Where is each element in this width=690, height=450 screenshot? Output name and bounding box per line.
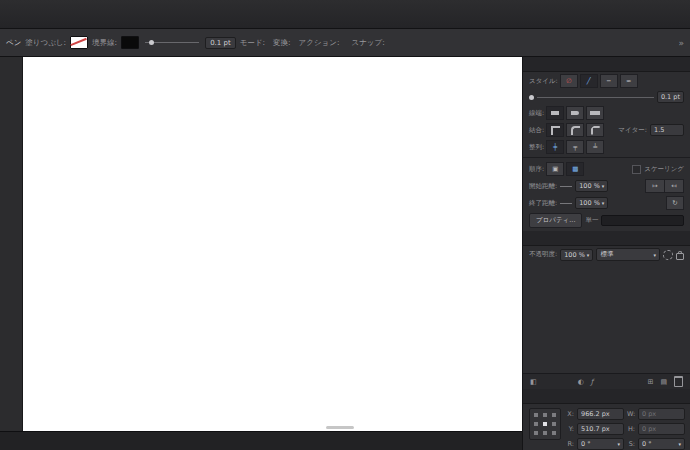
- stroke-style-row: スタイル: ∅ ╱ ┅ ≈: [523, 72, 690, 89]
- s-label: S:: [627, 440, 635, 448]
- order-behind-button[interactable]: ▩: [566, 162, 584, 176]
- y-label: Y:: [566, 425, 574, 433]
- layers-list: [523, 263, 690, 373]
- end-arrowhead-button[interactable]: ↤: [664, 179, 684, 193]
- start-profile-line: [560, 186, 572, 187]
- join-bevel-button[interactable]: [586, 123, 604, 137]
- pressure-row: プロパティ... 単一: [523, 211, 690, 231]
- start-label: 開始距離:: [529, 182, 557, 191]
- style-texture-button[interactable]: ≈: [620, 74, 638, 88]
- blend-options-gear-icon[interactable]: [663, 250, 673, 260]
- adjustment-layer-icon[interactable]: ◐: [578, 378, 584, 386]
- status-hint-bar: [0, 431, 522, 450]
- scale-with-object-checkbox[interactable]: [632, 165, 641, 174]
- y-field[interactable]: 510.7 px: [577, 423, 624, 435]
- cap-butt-button[interactable]: [546, 106, 564, 120]
- mode-label: モード:: [240, 38, 265, 48]
- order-front-button[interactable]: ▣: [546, 162, 564, 176]
- style-none-button[interactable]: ∅: [560, 74, 578, 88]
- context-toolbar: ペン 塗りつぶし: 境界線: 0.1 pt モード: 変換: アクション: スナ…: [0, 29, 690, 57]
- stroke-width-field[interactable]: 0.1 pt: [657, 91, 684, 103]
- properties-button[interactable]: プロパティ...: [529, 213, 582, 228]
- traffic-lights: [0, 0, 55, 28]
- end-distance-field[interactable]: 100 %▾: [575, 197, 608, 209]
- end-label: 終了距離:: [529, 199, 557, 208]
- blend-mode-dropdown[interactable]: 標準▾: [596, 248, 660, 261]
- stroke-label: 境界線:: [92, 38, 117, 48]
- layers-bottom-bar: ◧ ◐ ƒ ⊞ ▤: [523, 373, 690, 389]
- close-button[interactable]: [9, 8, 17, 16]
- fill-swatch[interactable]: [70, 36, 88, 49]
- end-profile-line: [560, 203, 572, 204]
- delete-layer-icon[interactable]: [674, 376, 683, 387]
- convert-label: 変換:: [273, 38, 291, 48]
- tools-toolbar: [0, 57, 23, 431]
- cap-label: 線端:: [529, 109, 544, 118]
- miter-field[interactable]: 1.5: [650, 124, 684, 136]
- swap-arrowheads-button[interactable]: ↻: [666, 196, 684, 210]
- titlebar-toolbar: [55, 0, 690, 28]
- cap-round-button[interactable]: [566, 106, 584, 120]
- active-tool-label: ペン: [6, 38, 21, 48]
- w-label: W:: [627, 410, 635, 418]
- style-solid-button[interactable]: ╱: [580, 74, 598, 88]
- order-row: 順序: ▣ ▩ スケーリング: [523, 160, 690, 177]
- pressure-profile-well[interactable]: [601, 215, 684, 226]
- rotation-field[interactable]: 0 °▾: [577, 438, 624, 450]
- canvas-hscrollbar-thumb[interactable]: [326, 426, 354, 429]
- join-label: 結合:: [529, 126, 544, 135]
- fill-label: 塗りつぶし:: [25, 38, 66, 48]
- stroke-width-slider[interactable]: [145, 42, 199, 43]
- right-panel: スタイル: ∅ ╱ ┅ ≈ 0.1 pt 線端: 結合:: [522, 57, 690, 450]
- style-dash-button[interactable]: ┅: [600, 74, 618, 88]
- toolbar-overflow-chevron[interactable]: »: [678, 38, 684, 48]
- lock-icon[interactable]: [676, 253, 684, 260]
- scaling-label: スケーリング: [644, 165, 684, 174]
- height-field[interactable]: 0 px: [638, 423, 685, 435]
- layer-effects-icon[interactable]: ƒ: [591, 378, 593, 386]
- join-row: 結合: マイター: 1.5: [523, 121, 690, 138]
- zoom-window-button[interactable]: [37, 8, 45, 16]
- join-miter-button[interactable]: [546, 123, 564, 137]
- x-label: X:: [566, 410, 574, 418]
- stroke-width-value[interactable]: 0.1 pt: [205, 37, 236, 49]
- opacity-field[interactable]: 100 %▾: [560, 249, 593, 261]
- layers-controls-row: 不透明度: 100 %▾ 標準▾: [523, 246, 690, 263]
- h-label: H:: [627, 425, 635, 433]
- shear-field[interactable]: 0 °▾: [638, 438, 685, 450]
- end-distance-row: 終了距離: 100 %▾ ↻: [523, 194, 690, 211]
- start-distance-field[interactable]: 100 %▾: [575, 180, 608, 192]
- group-layers-icon[interactable]: ▤: [660, 378, 667, 386]
- width-slider-track[interactable]: [537, 97, 654, 98]
- add-layer-icon[interactable]: ⊞: [648, 378, 654, 386]
- opacity-label: 不透明度:: [529, 250, 557, 259]
- align-inside-button[interactable]: ╤: [566, 140, 584, 154]
- width-slider-knob[interactable]: [529, 95, 534, 100]
- minimize-button[interactable]: [23, 8, 31, 16]
- app-window: ペン 塗りつぶし: 境界線: 0.1 pt モード: 変換: アクション: スナ…: [0, 0, 690, 450]
- style-label: スタイル:: [529, 77, 558, 86]
- align-row: 整列: ╪ ╤ ╧: [523, 138, 690, 155]
- stroke-width-row: 0.1 pt: [523, 89, 690, 104]
- profile-label: 単一: [585, 216, 598, 225]
- stroke-swatch[interactable]: [121, 36, 139, 49]
- join-round-button[interactable]: [566, 123, 584, 137]
- start-distance-row: 開始距離: 100 %▾ ↦ ↤: [523, 177, 690, 194]
- align-center-button[interactable]: ╪: [546, 140, 564, 154]
- spiral-drawing: [23, 57, 522, 431]
- canvas[interactable]: [23, 57, 522, 431]
- action-label: アクション:: [299, 38, 340, 48]
- r-label: R:: [566, 440, 574, 448]
- x-field[interactable]: 966.2 px: [577, 408, 624, 420]
- transform-body: X: 966.2 px W: 0 px Y: 510.7 px H: 0 px …: [523, 404, 690, 450]
- start-arrowhead-button[interactable]: ↦: [645, 179, 665, 193]
- snap-label: スナップ:: [352, 38, 385, 48]
- anchor-point-selector[interactable]: [529, 408, 561, 440]
- align-label: 整列:: [529, 143, 544, 152]
- width-field[interactable]: 0 px: [638, 408, 685, 420]
- transform-panel-tabs: [523, 389, 690, 404]
- mask-layer-icon[interactable]: ◧: [530, 378, 537, 386]
- align-outside-button[interactable]: ╧: [586, 140, 604, 154]
- titlebar: [0, 0, 690, 29]
- cap-square-button[interactable]: [586, 106, 604, 120]
